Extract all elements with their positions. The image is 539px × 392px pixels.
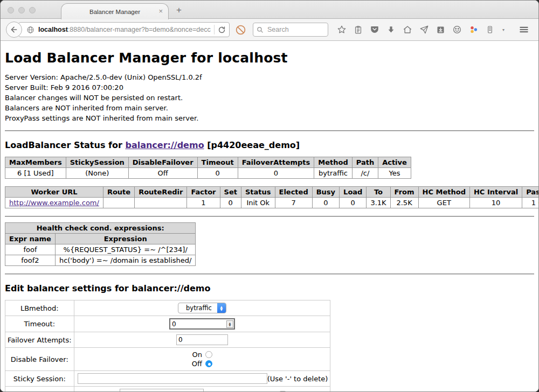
- cell-failoverattempts: 0: [238, 168, 314, 179]
- page-title: Load Balancer Manager for localhost: [5, 50, 534, 66]
- form-row-timeout: Timeout: ▲▼: [5, 316, 330, 332]
- disable-failover-on-radio[interactable]: [205, 351, 212, 358]
- health-table-title: Health check cond. expressions:: [5, 223, 196, 234]
- server-version-line: Server Version: Apache/2.5.0-dev (Unix) …: [5, 72, 534, 82]
- tab-balancer-manager[interactable]: Balancer Manager ×: [61, 3, 169, 19]
- are-you-sure-label: Are you sure?: [227, 390, 275, 392]
- bookmark-star-icon[interactable]: [337, 25, 347, 34]
- cell-to: 3.1K: [367, 198, 390, 208]
- cell-expression: hc('body') =~ /domain is established/: [55, 255, 196, 266]
- search-input[interactable]: [266, 25, 320, 34]
- radio-on-label: On: [192, 351, 202, 359]
- cell-load: 0: [340, 198, 367, 208]
- col-factor: Factor: [187, 187, 220, 198]
- edit-balancer-form: LBmethod: bytraffic ▲▼ Timeout: ▲▼: [5, 300, 330, 391]
- disable-failover-off-radio[interactable]: [205, 360, 212, 367]
- url-bar[interactable]: localhost:8880/balancer-manager?b=demo&n…: [18, 22, 230, 37]
- cell-stickysession: (None): [66, 168, 128, 179]
- col-elected: Elected: [275, 187, 312, 198]
- table-row: 6 [1 Used] (None) Off 0 0 bytraffic /c/ …: [5, 168, 411, 179]
- table-header-row: Worker URL Route RouteRedir Factor Set S…: [5, 187, 539, 198]
- window-zoom-button[interactable]: [29, 7, 36, 13]
- form-row-add-worker: Add New Worker: Are you sure?: [5, 387, 330, 392]
- url-path: :8880/balancer-manager?b=demo&nonce=decc…: [68, 26, 211, 33]
- balancers-note-line: Balancers are NOT inherited from main se…: [5, 103, 534, 113]
- addon-download-icon[interactable]: [436, 25, 445, 34]
- url-domain: localhost: [38, 26, 68, 33]
- cell-factor: 1: [187, 198, 220, 208]
- cell-active: Yes: [378, 168, 411, 179]
- browser-window: Balancer Manager × + localhost:8880/bala…: [0, 0, 539, 392]
- col-active: Active: [378, 157, 411, 168]
- proxypass-note-line: ProxyPass settings are NOT inherited fro…: [5, 113, 534, 123]
- health-check-table: Health check cond. expressions: Expr nam…: [5, 222, 196, 266]
- status-heading-prefix: LoadBalancer Status for: [5, 140, 125, 150]
- sticky-session-input[interactable]: [78, 373, 267, 384]
- pocket-icon[interactable]: [370, 25, 379, 34]
- window-minimize-button[interactable]: [18, 7, 25, 13]
- cell-routeredir: [135, 198, 187, 208]
- cell-expr-name: foof2: [5, 255, 56, 266]
- cell-path: /c/: [352, 168, 378, 179]
- container-addon-icon[interactable]: [486, 25, 494, 34]
- tab-close-icon[interactable]: ×: [158, 7, 163, 16]
- content-block-icon[interactable]: [235, 24, 246, 36]
- divider-rule: [5, 274, 534, 275]
- back-button[interactable]: [6, 22, 22, 38]
- col-route: Route: [103, 187, 134, 198]
- url-text[interactable]: localhost:8880/balancer-manager?b=demo&n…: [38, 26, 211, 33]
- lbmethod-select[interactable]: bytraffic ▲▼: [178, 303, 226, 313]
- timeout-input[interactable]: [169, 318, 235, 330]
- window-close-button[interactable]: [8, 7, 14, 13]
- new-tab-button[interactable]: +: [176, 5, 182, 16]
- search-box[interactable]: [253, 23, 328, 37]
- container-dropdown-caret[interactable]: ▾: [502, 27, 505, 32]
- form-row-failover-attempts: Failover Attempts:: [5, 332, 330, 348]
- tab-title: Balancer Manager: [89, 9, 140, 15]
- smiley-icon[interactable]: [452, 25, 462, 34]
- cell-from: 2.5K: [390, 198, 418, 208]
- cell-busy: 0: [312, 198, 339, 208]
- are-you-sure-checkbox[interactable]: [279, 391, 286, 392]
- downloads-icon[interactable]: [386, 25, 396, 34]
- table-title-row: Health check cond. expressions:: [5, 223, 196, 234]
- reload-icon[interactable]: [218, 26, 226, 34]
- timeout-label: Timeout:: [5, 316, 74, 332]
- colored-dots-addon-icon[interactable]: [469, 25, 479, 34]
- form-row-disable-failover: Disable Failover: On Off: [5, 348, 330, 371]
- add-worker-label: Add New Worker:: [5, 387, 74, 392]
- divider-rule: [5, 130, 534, 131]
- window-controls: [8, 7, 36, 13]
- failover-attempts-input[interactable]: [176, 334, 228, 345]
- col-set: Set: [220, 187, 241, 198]
- home-icon[interactable]: [403, 25, 412, 34]
- col-from: From: [390, 187, 418, 198]
- col-disablefailover: DisableFailover: [128, 157, 197, 168]
- form-row-sticky-session: Sticky Session: (Use '-' to delete): [5, 371, 330, 387]
- worker-url-link[interactable]: http://www.example.com/: [9, 199, 99, 207]
- sticky-session-note: (Use '-' to delete): [267, 375, 328, 383]
- table-row: foof %{REQUEST_STATUS} =~ /^[234]/: [5, 244, 196, 255]
- send-share-icon[interactable]: [419, 25, 429, 34]
- col-worker-url: Worker URL: [5, 187, 103, 198]
- col-timeout: Timeout: [197, 157, 238, 168]
- col-status: Status: [241, 187, 275, 198]
- menu-hamburger-icon[interactable]: [519, 24, 529, 35]
- cell-expr-name: foof: [5, 244, 56, 255]
- cell-passes: 1 (0): [522, 198, 538, 208]
- number-spinner-icon[interactable]: ▲▼: [226, 320, 233, 328]
- bookmarks-list-icon[interactable]: [354, 25, 363, 34]
- back-arrow-icon: [10, 25, 18, 34]
- select-stepper-icon: ▲▼: [217, 303, 226, 313]
- lbmethod-selected-value: bytraffic: [178, 303, 217, 313]
- add-worker-input[interactable]: [120, 389, 204, 391]
- tab-strip: Balancer Manager × +: [1, 1, 538, 19]
- server-built-line: Server Built: Feb 9 2016 07:00:20: [5, 82, 534, 93]
- col-maxmembers: MaxMembers: [5, 157, 66, 168]
- table-row: foof2 hc('body') =~ /domain is establish…: [5, 255, 196, 266]
- cell-set: 0: [220, 198, 241, 208]
- cell-timeout: 0: [197, 168, 238, 179]
- balancer-demo-link[interactable]: balancer://demo: [125, 140, 204, 150]
- col-stickysession: StickySession: [66, 157, 128, 168]
- persist-note-line: Balancer changes will NOT be persisted o…: [5, 93, 534, 103]
